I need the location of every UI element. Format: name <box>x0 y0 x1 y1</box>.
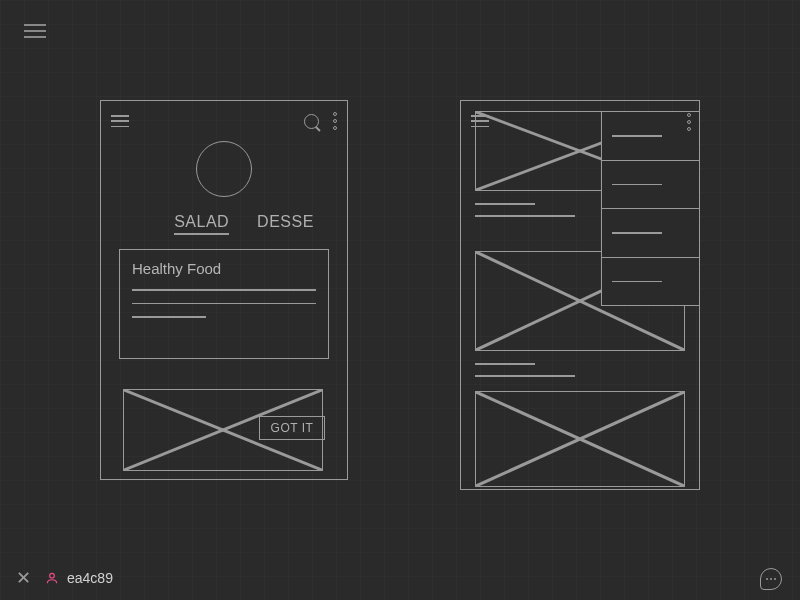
svg-point-8 <box>50 573 55 578</box>
menu-item[interactable] <box>602 258 700 306</box>
text-line <box>132 316 206 318</box>
overflow-menu[interactable] <box>601 111 700 306</box>
menu-item[interactable] <box>602 112 700 161</box>
user-icon <box>45 571 59 585</box>
hamburger-icon <box>24 24 46 38</box>
user-chip[interactable]: ea4c89 <box>45 570 113 586</box>
text-line <box>132 289 316 291</box>
menu-item[interactable] <box>602 161 700 210</box>
close-icon[interactable]: ✕ <box>16 569 31 587</box>
text-line <box>475 215 575 217</box>
user-color-label: ea4c89 <box>67 570 113 586</box>
card-title: Healthy Food <box>132 260 316 277</box>
three-dots-icon[interactable] <box>333 112 337 130</box>
feature-card[interactable]: Healthy Food <box>119 249 329 359</box>
search-icon[interactable] <box>304 114 319 129</box>
chat-icon <box>766 578 776 580</box>
chat-button[interactable] <box>760 568 782 590</box>
app-menu-button[interactable] <box>24 24 46 38</box>
text-line <box>475 363 535 365</box>
text-line <box>132 303 316 305</box>
snackbar-button[interactable]: GOT IT <box>259 416 325 440</box>
mockup-frame-1[interactable]: SALAD DESSE Healthy Food GOT IT <box>100 100 348 480</box>
tab-dessert[interactable]: DESSE <box>257 213 314 235</box>
text-line <box>475 375 575 377</box>
avatar-placeholder <box>196 141 252 197</box>
status-bar: ✕ ea4c89 <box>0 556 800 600</box>
tab-salad[interactable]: SALAD <box>174 213 229 235</box>
text-line <box>475 203 535 205</box>
tabs: SALAD DESSE <box>101 213 347 235</box>
hamburger-icon[interactable] <box>111 115 129 127</box>
mockup-frame-2[interactable] <box>460 100 700 490</box>
menu-item[interactable] <box>602 209 700 258</box>
three-dots-icon[interactable] <box>687 113 691 131</box>
image-placeholder <box>475 391 685 487</box>
mockup-toolbar <box>101 101 347 141</box>
